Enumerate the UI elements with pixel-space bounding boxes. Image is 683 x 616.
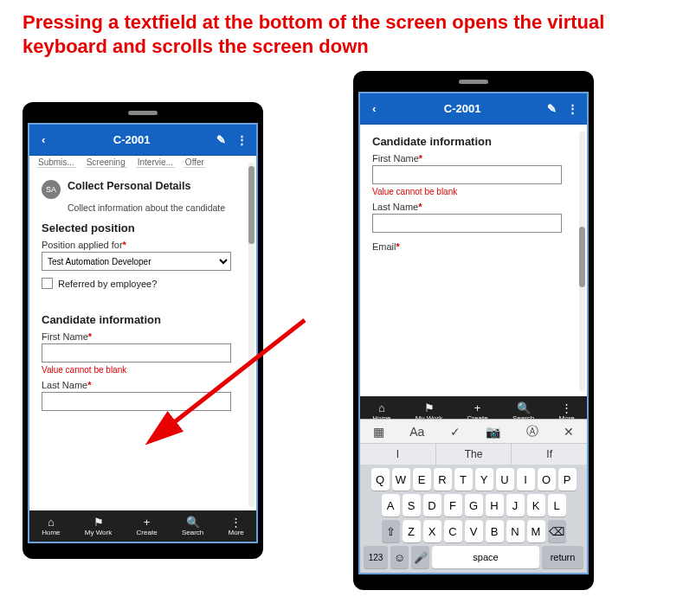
key-123[interactable]: 123 (364, 546, 388, 568)
tab-interview[interactable]: Intervie... (136, 157, 175, 168)
kbd-row-1: Q W E R T Y U I O P (364, 468, 583, 491)
email-label: Email* (372, 241, 570, 252)
nav-create[interactable]: +Create (137, 517, 158, 536)
key-l[interactable]: L (548, 494, 566, 517)
collect-title: Collect Personal Details (68, 180, 190, 192)
scrollbar-thumb[interactable] (248, 166, 255, 244)
nav-home[interactable]: ⌂Home (42, 517, 60, 536)
search-icon: 🔍 (186, 517, 200, 528)
referred-row[interactable]: Referred by employee? (42, 278, 239, 289)
key-mic[interactable]: 🎤 (411, 546, 429, 568)
collect-subtitle: Collect information about the candidate (42, 202, 239, 213)
search-icon: 🔍 (517, 402, 531, 414)
key-v[interactable]: V (465, 520, 483, 542)
section-candidate-info: Candidate information (42, 313, 239, 326)
plus-icon: + (144, 517, 151, 528)
first-name-input[interactable] (372, 165, 562, 184)
key-s[interactable]: S (403, 494, 421, 517)
key-m[interactable]: M (527, 520, 545, 542)
key-h[interactable]: H (486, 494, 504, 517)
key-p[interactable]: P (558, 468, 577, 491)
keyboard-suggestions: I The If (360, 444, 587, 465)
more-icon[interactable]: ⋮ (562, 99, 582, 119)
app-header: ‹ C-2001 ✎ ⋮ (360, 93, 587, 125)
kbd-tool-camera-icon[interactable]: 📷 (486, 425, 500, 439)
kbd-tool-pen-icon[interactable]: Ⓐ (526, 424, 538, 440)
sugg-1[interactable]: I (360, 444, 436, 465)
scrollbar-thumb[interactable] (579, 227, 585, 287)
kbd-row-3: ⇧ Z X C V B N M ⌫ (364, 520, 583, 542)
tab-screening[interactable]: Screening (85, 157, 127, 168)
nav-search[interactable]: 🔍Search (182, 517, 203, 536)
section-candidate-info: Candidate information (372, 135, 570, 148)
first-name-label: First Name* (372, 153, 570, 164)
home-icon: ⌂ (378, 402, 385, 414)
kbd-close-icon[interactable]: ✕ (564, 425, 574, 439)
more-icon[interactable]: ⋮ (231, 130, 251, 150)
scrollbar-track[interactable] (579, 132, 585, 391)
key-q[interactable]: Q (371, 468, 390, 491)
key-return[interactable]: return (542, 546, 583, 568)
key-shift[interactable]: ⇧ (382, 520, 400, 542)
key-w[interactable]: W (392, 468, 410, 491)
key-x[interactable]: X (423, 520, 441, 542)
tab-offer[interactable]: Offer (184, 157, 206, 168)
sugg-2[interactable]: The (436, 444, 512, 465)
edit-icon[interactable]: ✎ (211, 130, 231, 150)
key-k[interactable]: K (527, 494, 545, 517)
referred-checkbox[interactable] (42, 278, 53, 289)
phone-mock-left: ‹ C-2001 ✎ ⋮ Submis... Screening Intervi… (23, 102, 263, 559)
key-r[interactable]: R (434, 468, 452, 491)
flag-icon: ⚑ (424, 402, 435, 414)
key-g[interactable]: G (465, 494, 483, 517)
scrollbar-track[interactable] (248, 163, 255, 507)
key-o[interactable]: O (538, 468, 556, 491)
bottom-nav: ⌂Home ⚑My Work +Create 🔍Search ⋮More (29, 510, 256, 542)
phone-mock-right: ‹ C-2001 ✎ ⋮ Candidate information First… (353, 71, 594, 590)
nav-mywork[interactable]: ⚑My Work (85, 517, 112, 536)
key-c[interactable]: C (444, 520, 462, 542)
page-title: C-2001 (383, 102, 542, 115)
last-name-input[interactable] (372, 214, 562, 233)
last-name-input[interactable] (42, 392, 231, 411)
key-backspace[interactable]: ⌫ (548, 520, 566, 542)
nav-more[interactable]: ⋮More (229, 517, 244, 536)
more-dots-icon: ⋮ (561, 402, 572, 414)
first-name-error: Value cannot be blank (372, 187, 570, 196)
avatar: SA (42, 180, 61, 199)
app-header: ‹ C-2001 ✎ ⋮ (29, 125, 256, 156)
page-title: C-2001 (52, 133, 211, 146)
key-a[interactable]: A (382, 494, 400, 517)
back-icon[interactable]: ‹ (365, 99, 383, 119)
key-n[interactable]: N (506, 520, 525, 542)
first-name-error: Value cannot be blank (42, 365, 239, 375)
speaker-notch (459, 80, 488, 84)
key-u[interactable]: U (496, 468, 514, 491)
key-z[interactable]: Z (403, 520, 421, 542)
key-f[interactable]: F (444, 494, 462, 517)
key-t[interactable]: T (454, 468, 473, 491)
tab-submission[interactable]: Submis... (36, 157, 76, 168)
edit-icon[interactable]: ✎ (542, 99, 562, 119)
position-select[interactable]: Test Automation Developer (42, 252, 231, 271)
keyboard-toolbar: ▦ Aa ✓ 📷 Ⓐ ✕ (360, 420, 587, 444)
last-name-label: Last Name* (42, 380, 239, 390)
key-space[interactable]: space (432, 546, 539, 568)
kbd-tool-font-icon[interactable]: Aa (409, 425, 424, 439)
first-name-input[interactable] (42, 343, 231, 363)
kbd-tool-check-icon[interactable]: ✓ (450, 425, 461, 439)
key-j[interactable]: J (506, 494, 525, 517)
key-b[interactable]: B (486, 520, 504, 542)
key-d[interactable]: D (423, 494, 441, 517)
key-e[interactable]: E (413, 468, 431, 491)
kbd-tool-grid-icon[interactable]: ▦ (373, 425, 384, 439)
position-label: Position applied for* (42, 240, 239, 250)
last-name-label: Last Name* (372, 202, 570, 212)
key-y[interactable]: Y (475, 468, 493, 491)
home-icon: ⌂ (48, 517, 55, 528)
sugg-3[interactable]: If (512, 444, 587, 465)
back-icon[interactable]: ‹ (35, 130, 52, 150)
annotation-caption: Pressing a textfield at the bottom of th… (23, 10, 654, 58)
key-i[interactable]: I (517, 468, 535, 491)
key-emoji[interactable]: ☺ (390, 546, 409, 568)
